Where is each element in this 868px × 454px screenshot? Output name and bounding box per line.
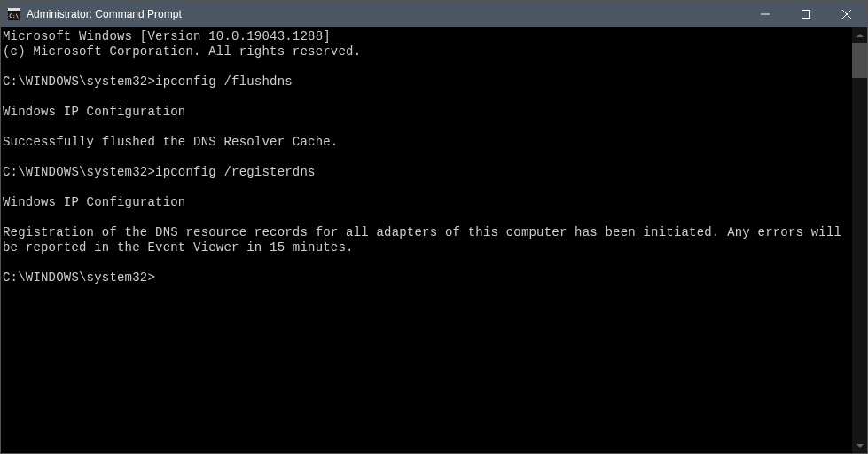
svg-rect-1: [8, 8, 20, 11]
terminal-line: [3, 120, 852, 135]
maximize-button[interactable]: [786, 1, 826, 27]
svg-rect-4: [802, 11, 810, 19]
terminal-line: Registration of the DNS resource records…: [3, 225, 852, 255]
terminal-line: [3, 59, 852, 74]
terminal-line: Windows IP Configuration: [3, 195, 852, 210]
scroll-down-button[interactable]: [852, 438, 867, 453]
title-bar[interactable]: C:\ Administrator: Command Prompt: [1, 1, 867, 27]
terminal-line: [3, 180, 852, 195]
minimize-button[interactable]: [745, 1, 786, 27]
terminal-line: Microsoft Windows [Version 10.0.19043.12…: [3, 29, 852, 44]
scrollbar[interactable]: [852, 27, 867, 453]
terminal-line: [3, 210, 852, 225]
scroll-up-button[interactable]: [852, 27, 867, 43]
terminal-line: C:\WINDOWS\system32>ipconfig /flushdns: [3, 74, 852, 90]
svg-marker-7: [856, 34, 864, 37]
terminal-output[interactable]: Microsoft Windows [Version 10.0.19043.12…: [1, 27, 852, 453]
terminal-area: Microsoft Windows [Version 10.0.19043.12…: [1, 27, 867, 453]
scroll-thumb[interactable]: [852, 43, 867, 78]
terminal-line: Successfully flushed the DNS Resolver Ca…: [3, 135, 852, 150]
terminal-line: [3, 150, 852, 165]
svg-text:C:\: C:\: [9, 12, 19, 19]
window-controls: [745, 1, 867, 27]
svg-marker-8: [856, 444, 864, 448]
cmd-icon: C:\: [7, 7, 21, 21]
terminal-line: C:\WINDOWS\system32>: [3, 270, 852, 286]
terminal-line: (c) Microsoft Corporation. All rights re…: [3, 44, 852, 59]
terminal-line: [3, 90, 852, 105]
terminal-line: C:\WINDOWS\system32>ipconfig /registerdn…: [3, 165, 852, 180]
window-title: Administrator: Command Prompt: [27, 8, 745, 20]
terminal-line: [3, 255, 852, 270]
terminal-line: Windows IP Configuration: [3, 105, 852, 120]
close-button[interactable]: [826, 1, 867, 27]
